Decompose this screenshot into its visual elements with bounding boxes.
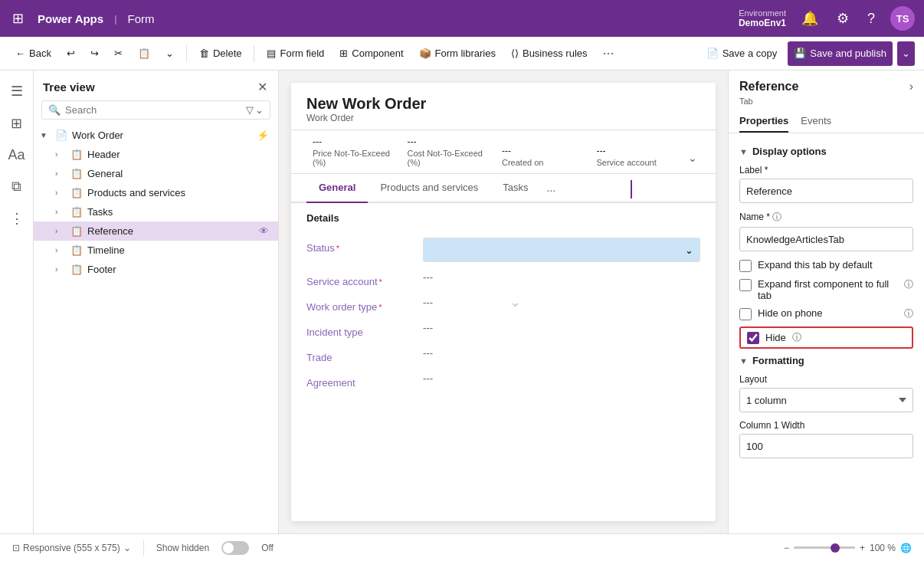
- panel-expand-button[interactable]: ›: [909, 80, 913, 94]
- sidebar-item-reference[interactable]: › 📋 Reference 👁: [34, 221, 278, 241]
- tab-more[interactable]: ...: [541, 174, 562, 202]
- field-input-workorder-type: ---: [423, 297, 700, 308]
- form-libraries-label: Form libraries: [435, 48, 496, 59]
- delete-button[interactable]: 🗑 Delete: [193, 41, 248, 66]
- save-publish-button[interactable]: 💾 Save and publish: [788, 41, 893, 66]
- form-field-button[interactable]: ▤ Form field: [260, 41, 330, 66]
- filter-button[interactable]: ▽ ⌄: [246, 104, 264, 116]
- name-field-label: Name * ⓘ: [739, 211, 913, 224]
- avatar[interactable]: TS: [890, 6, 915, 31]
- zoom-label: 100 %: [870, 543, 896, 553]
- tab-events[interactable]: Events: [801, 110, 831, 133]
- panel-tabs: Properties Events: [729, 110, 924, 133]
- sidebar-item-general[interactable]: › 📋 General: [34, 164, 278, 183]
- layers-icon[interactable]: ⧉: [5, 172, 28, 201]
- responsive-selector[interactable]: ⊡ Responsive (555 x 575) ⌄: [12, 543, 131, 553]
- redo-button[interactable]: ↪: [84, 41, 105, 66]
- expand-component-checkbox[interactable]: [739, 279, 752, 291]
- field-col-4: --- Service account: [591, 146, 686, 167]
- zoom-slider[interactable]: [794, 546, 855, 549]
- fields-icon[interactable]: Aa: [2, 141, 31, 169]
- field-dashes: ---: [423, 297, 433, 308]
- expand-tab-checkbox[interactable]: [739, 260, 752, 272]
- back-label: Back: [29, 48, 51, 59]
- paste-button[interactable]: 📋: [132, 41, 156, 66]
- tab-tasks[interactable]: Tasks: [490, 174, 540, 203]
- settings-icon[interactable]: ⚙: [834, 7, 852, 30]
- hamburger-icon[interactable]: ☰: [5, 77, 29, 106]
- display-options-title: Display options: [752, 146, 827, 157]
- required-marker: *: [378, 303, 382, 312]
- tree-icon[interactable]: ⋮: [4, 204, 30, 233]
- hide-phone-checkbox[interactable]: [739, 308, 752, 320]
- sidebar-item-products[interactable]: › 📋 Products and services: [34, 183, 278, 202]
- business-rules-button[interactable]: ⟨⟩ Business rules: [505, 41, 594, 66]
- section-title: Details: [306, 212, 700, 224]
- hide-phone-info-icon[interactable]: ⓘ: [904, 307, 913, 320]
- hide-info-icon[interactable]: ⓘ: [792, 331, 801, 344]
- back-button[interactable]: ← Back: [9, 41, 57, 66]
- expand-component-info-icon[interactable]: ⓘ: [904, 278, 913, 291]
- col-width-input[interactable]: [739, 434, 913, 458]
- hide-phone-label: Hide on phone: [758, 307, 898, 319]
- zoom-plus-icon[interactable]: +: [860, 543, 865, 553]
- section-chevron-icon[interactable]: ▼: [739, 147, 748, 156]
- panel-body: ▼ Display options Label * Name * ⓘ Expan…: [729, 133, 924, 533]
- sidebar-title: Tree view: [43, 80, 95, 94]
- expand-tab-row: Expand this tab by default: [739, 259, 913, 272]
- save-copy-label: Save a copy: [722, 48, 778, 59]
- tab-general[interactable]: General: [306, 174, 368, 203]
- name-input[interactable]: [739, 227, 913, 251]
- back-icon: ←: [15, 48, 25, 59]
- sidebar-item-tasks[interactable]: › 📋 Tasks: [34, 202, 278, 221]
- chevron-right-icon: ›: [55, 246, 66, 254]
- field-col-3: --- Created on: [496, 146, 591, 167]
- sidebar-header-icons: ✕: [256, 78, 269, 96]
- sidebar-item-timeline[interactable]: › 📋 Timeline: [34, 241, 278, 260]
- sidebar-item-footer[interactable]: › 📋 Footer: [34, 260, 278, 279]
- field-dashes: ---: [423, 271, 433, 283]
- globe-icon[interactable]: 🌐: [900, 543, 912, 553]
- hide-phone-row: Hide on phone ⓘ: [739, 307, 913, 320]
- redo-icon: ↪: [90, 48, 99, 59]
- sidebar-item-header[interactable]: › 📋 Header: [34, 145, 278, 164]
- label-input[interactable]: [739, 179, 913, 203]
- more-options-button[interactable]: ···: [597, 41, 621, 66]
- tab-icon: 📋: [70, 187, 83, 198]
- form-header: New Work Order Work Order: [291, 83, 716, 130]
- tab-products[interactable]: Products and services: [368, 174, 490, 203]
- cut-button[interactable]: ✂: [108, 41, 129, 66]
- layout-select[interactable]: 1 column 2 columns 3 columns: [739, 388, 913, 412]
- help-icon[interactable]: ?: [864, 8, 878, 30]
- zoom-minus-icon[interactable]: −: [784, 543, 789, 553]
- tab-properties[interactable]: Properties: [739, 110, 788, 133]
- save-expand-button[interactable]: ⌄: [897, 41, 915, 66]
- field-label-service-account: Service account*: [306, 271, 414, 287]
- tab-cursor: [631, 180, 632, 198]
- form-body: Details Status* ⌄ Ser: [291, 203, 716, 504]
- page-name: Form: [128, 12, 155, 25]
- sidebar-close-button[interactable]: ✕: [256, 78, 269, 96]
- undo-button[interactable]: ↩: [61, 41, 81, 66]
- fields-expand-button[interactable]: ⌄: [685, 149, 700, 167]
- name-info-icon[interactable]: ⓘ: [772, 212, 781, 222]
- search-input[interactable]: [65, 104, 241, 116]
- lightning-icon[interactable]: ⚡: [257, 130, 269, 141]
- formatting-chevron-icon[interactable]: ▼: [739, 356, 748, 366]
- display-options-section-header: ▼ Display options: [739, 146, 913, 157]
- chevron-right-icon: ›: [55, 208, 66, 216]
- show-hidden-toggle[interactable]: [221, 541, 249, 555]
- grid-icon[interactable]: ⊞: [9, 7, 27, 30]
- status-select[interactable]: ⌄: [423, 238, 700, 262]
- dashboard-icon[interactable]: ⊞: [5, 109, 28, 138]
- hide-checkbox[interactable]: [747, 332, 759, 344]
- notification-icon[interactable]: 🔔: [798, 7, 821, 30]
- component-button[interactable]: ⊞ Component: [333, 41, 409, 66]
- tree-item-workorder[interactable]: ▼ 📄 Work Order ⚡: [34, 126, 278, 145]
- col-width-label: Column 1 Width: [739, 420, 913, 431]
- save-copy-button[interactable]: 📄 Save a copy: [700, 41, 784, 66]
- field-input-service-account: ---: [423, 271, 700, 283]
- form-libraries-button[interactable]: 📦 Form libraries: [413, 41, 502, 66]
- history-button[interactable]: ⌄: [159, 41, 180, 66]
- field-dashes: ---: [423, 347, 433, 359]
